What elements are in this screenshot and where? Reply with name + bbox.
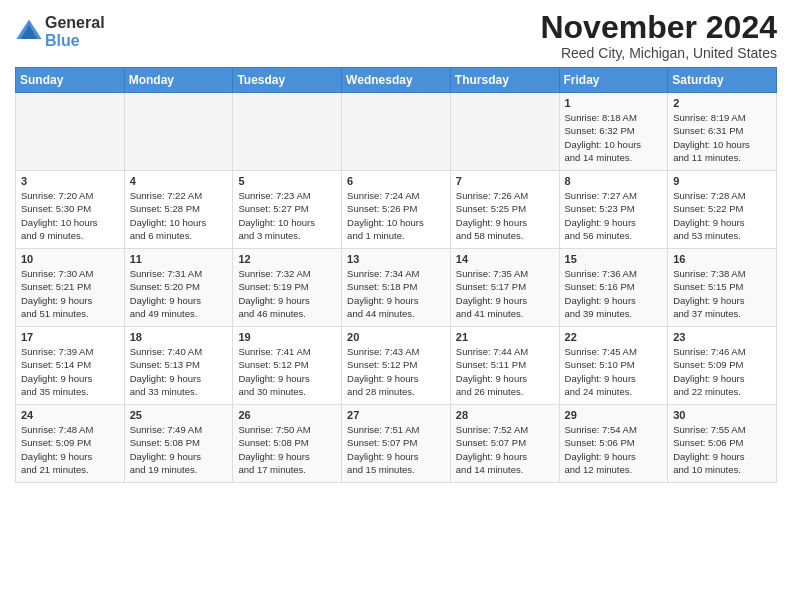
calendar-week-row: 3Sunrise: 7:20 AM Sunset: 5:30 PM Daylig…	[16, 171, 777, 249]
day-number: 22	[565, 331, 663, 343]
day-info: Sunrise: 8:19 AM Sunset: 6:31 PM Dayligh…	[673, 111, 771, 164]
calendar-cell: 19Sunrise: 7:41 AM Sunset: 5:12 PM Dayli…	[233, 327, 342, 405]
calendar-cell: 6Sunrise: 7:24 AM Sunset: 5:26 PM Daylig…	[342, 171, 451, 249]
calendar-cell: 24Sunrise: 7:48 AM Sunset: 5:09 PM Dayli…	[16, 405, 125, 483]
calendar-cell: 30Sunrise: 7:55 AM Sunset: 5:06 PM Dayli…	[668, 405, 777, 483]
calendar-cell: 11Sunrise: 7:31 AM Sunset: 5:20 PM Dayli…	[124, 249, 233, 327]
day-info: Sunrise: 7:52 AM Sunset: 5:07 PM Dayligh…	[456, 423, 554, 476]
day-info: Sunrise: 7:20 AM Sunset: 5:30 PM Dayligh…	[21, 189, 119, 242]
day-number: 19	[238, 331, 336, 343]
calendar-cell: 5Sunrise: 7:23 AM Sunset: 5:27 PM Daylig…	[233, 171, 342, 249]
main-container: General Blue November 2024 Reed City, Mi…	[0, 0, 792, 493]
calendar-cell: 3Sunrise: 7:20 AM Sunset: 5:30 PM Daylig…	[16, 171, 125, 249]
calendar-cell: 15Sunrise: 7:36 AM Sunset: 5:16 PM Dayli…	[559, 249, 668, 327]
weekday-header: Friday	[559, 68, 668, 93]
day-number: 17	[21, 331, 119, 343]
calendar-cell: 21Sunrise: 7:44 AM Sunset: 5:11 PM Dayli…	[450, 327, 559, 405]
day-info: Sunrise: 7:48 AM Sunset: 5:09 PM Dayligh…	[21, 423, 119, 476]
calendar-cell	[16, 93, 125, 171]
weekday-header: Thursday	[450, 68, 559, 93]
calendar-cell: 27Sunrise: 7:51 AM Sunset: 5:07 PM Dayli…	[342, 405, 451, 483]
day-number: 3	[21, 175, 119, 187]
day-info: Sunrise: 7:36 AM Sunset: 5:16 PM Dayligh…	[565, 267, 663, 320]
day-number: 2	[673, 97, 771, 109]
day-number: 25	[130, 409, 228, 421]
day-number: 4	[130, 175, 228, 187]
calendar-cell: 18Sunrise: 7:40 AM Sunset: 5:13 PM Dayli…	[124, 327, 233, 405]
day-number: 6	[347, 175, 445, 187]
day-info: Sunrise: 7:51 AM Sunset: 5:07 PM Dayligh…	[347, 423, 445, 476]
day-info: Sunrise: 7:28 AM Sunset: 5:22 PM Dayligh…	[673, 189, 771, 242]
calendar-cell: 7Sunrise: 7:26 AM Sunset: 5:25 PM Daylig…	[450, 171, 559, 249]
day-info: Sunrise: 7:30 AM Sunset: 5:21 PM Dayligh…	[21, 267, 119, 320]
day-number: 18	[130, 331, 228, 343]
day-number: 11	[130, 253, 228, 265]
calendar-cell	[233, 93, 342, 171]
calendar-table: SundayMondayTuesdayWednesdayThursdayFrid…	[15, 67, 777, 483]
day-number: 9	[673, 175, 771, 187]
day-info: Sunrise: 7:24 AM Sunset: 5:26 PM Dayligh…	[347, 189, 445, 242]
calendar-cell: 22Sunrise: 7:45 AM Sunset: 5:10 PM Dayli…	[559, 327, 668, 405]
calendar-cell: 17Sunrise: 7:39 AM Sunset: 5:14 PM Dayli…	[16, 327, 125, 405]
calendar-cell	[450, 93, 559, 171]
calendar-cell: 29Sunrise: 7:54 AM Sunset: 5:06 PM Dayli…	[559, 405, 668, 483]
day-info: Sunrise: 7:31 AM Sunset: 5:20 PM Dayligh…	[130, 267, 228, 320]
calendar-week-row: 24Sunrise: 7:48 AM Sunset: 5:09 PM Dayli…	[16, 405, 777, 483]
day-number: 30	[673, 409, 771, 421]
day-number: 23	[673, 331, 771, 343]
day-info: Sunrise: 7:55 AM Sunset: 5:06 PM Dayligh…	[673, 423, 771, 476]
weekday-header: Wednesday	[342, 68, 451, 93]
header: General Blue November 2024 Reed City, Mi…	[15, 10, 777, 61]
calendar-cell: 14Sunrise: 7:35 AM Sunset: 5:17 PM Dayli…	[450, 249, 559, 327]
day-number: 7	[456, 175, 554, 187]
calendar-cell: 9Sunrise: 7:28 AM Sunset: 5:22 PM Daylig…	[668, 171, 777, 249]
logo-icon	[15, 18, 43, 46]
calendar-cell: 10Sunrise: 7:30 AM Sunset: 5:21 PM Dayli…	[16, 249, 125, 327]
calendar-cell: 20Sunrise: 7:43 AM Sunset: 5:12 PM Dayli…	[342, 327, 451, 405]
day-info: Sunrise: 7:32 AM Sunset: 5:19 PM Dayligh…	[238, 267, 336, 320]
month-title: November 2024	[540, 10, 777, 45]
calendar-week-row: 1Sunrise: 8:18 AM Sunset: 6:32 PM Daylig…	[16, 93, 777, 171]
day-info: Sunrise: 7:38 AM Sunset: 5:15 PM Dayligh…	[673, 267, 771, 320]
calendar-week-row: 17Sunrise: 7:39 AM Sunset: 5:14 PM Dayli…	[16, 327, 777, 405]
calendar-cell: 26Sunrise: 7:50 AM Sunset: 5:08 PM Dayli…	[233, 405, 342, 483]
day-info: Sunrise: 7:39 AM Sunset: 5:14 PM Dayligh…	[21, 345, 119, 398]
day-number: 10	[21, 253, 119, 265]
calendar-week-row: 10Sunrise: 7:30 AM Sunset: 5:21 PM Dayli…	[16, 249, 777, 327]
calendar-cell: 2Sunrise: 8:19 AM Sunset: 6:31 PM Daylig…	[668, 93, 777, 171]
calendar-cell	[124, 93, 233, 171]
day-info: Sunrise: 7:45 AM Sunset: 5:10 PM Dayligh…	[565, 345, 663, 398]
weekday-header: Saturday	[668, 68, 777, 93]
weekday-header: Monday	[124, 68, 233, 93]
day-number: 26	[238, 409, 336, 421]
calendar-cell: 28Sunrise: 7:52 AM Sunset: 5:07 PM Dayli…	[450, 405, 559, 483]
day-number: 21	[456, 331, 554, 343]
logo-blue: Blue	[45, 32, 105, 50]
day-info: Sunrise: 7:54 AM Sunset: 5:06 PM Dayligh…	[565, 423, 663, 476]
weekday-header: Sunday	[16, 68, 125, 93]
day-info: Sunrise: 7:35 AM Sunset: 5:17 PM Dayligh…	[456, 267, 554, 320]
logo: General Blue	[15, 14, 105, 50]
calendar-header-row: SundayMondayTuesdayWednesdayThursdayFrid…	[16, 68, 777, 93]
calendar-cell: 12Sunrise: 7:32 AM Sunset: 5:19 PM Dayli…	[233, 249, 342, 327]
calendar-cell: 1Sunrise: 8:18 AM Sunset: 6:32 PM Daylig…	[559, 93, 668, 171]
day-number: 20	[347, 331, 445, 343]
day-info: Sunrise: 7:46 AM Sunset: 5:09 PM Dayligh…	[673, 345, 771, 398]
calendar-cell: 8Sunrise: 7:27 AM Sunset: 5:23 PM Daylig…	[559, 171, 668, 249]
day-info: Sunrise: 7:43 AM Sunset: 5:12 PM Dayligh…	[347, 345, 445, 398]
logo-general: General	[45, 14, 105, 32]
day-number: 16	[673, 253, 771, 265]
day-info: Sunrise: 7:22 AM Sunset: 5:28 PM Dayligh…	[130, 189, 228, 242]
day-number: 27	[347, 409, 445, 421]
day-info: Sunrise: 7:44 AM Sunset: 5:11 PM Dayligh…	[456, 345, 554, 398]
day-info: Sunrise: 7:26 AM Sunset: 5:25 PM Dayligh…	[456, 189, 554, 242]
day-info: Sunrise: 7:40 AM Sunset: 5:13 PM Dayligh…	[130, 345, 228, 398]
day-info: Sunrise: 7:49 AM Sunset: 5:08 PM Dayligh…	[130, 423, 228, 476]
day-number: 14	[456, 253, 554, 265]
weekday-header: Tuesday	[233, 68, 342, 93]
day-info: Sunrise: 7:23 AM Sunset: 5:27 PM Dayligh…	[238, 189, 336, 242]
day-number: 5	[238, 175, 336, 187]
day-info: Sunrise: 7:34 AM Sunset: 5:18 PM Dayligh…	[347, 267, 445, 320]
day-number: 29	[565, 409, 663, 421]
calendar-cell: 13Sunrise: 7:34 AM Sunset: 5:18 PM Dayli…	[342, 249, 451, 327]
